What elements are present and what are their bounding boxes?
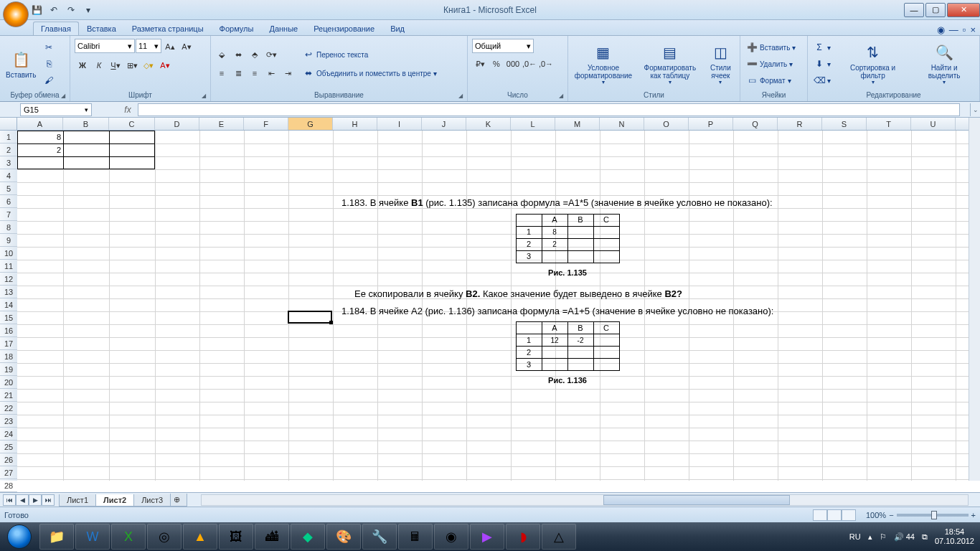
page-layout-view-button[interactable]: [827, 509, 842, 521]
col-header-K[interactable]: K: [466, 118, 511, 130]
taskbar-app4[interactable]: 🏙: [255, 524, 289, 550]
taskbar-app5[interactable]: ◆: [291, 524, 325, 550]
row-header-3[interactable]: 3: [0, 156, 17, 169]
tray-clock[interactable]: 18:54 07.10.2012: [935, 527, 974, 546]
row-header-10[interactable]: 10: [0, 247, 17, 260]
col-header-I[interactable]: I: [377, 118, 422, 130]
row-header-27[interactable]: 27: [0, 466, 17, 479]
row-header-9[interactable]: 9: [0, 234, 17, 247]
col-header-U[interactable]: U: [911, 118, 956, 130]
qat-menu-icon[interactable]: ▾: [80, 2, 96, 18]
name-box[interactable]: G15▾: [20, 103, 92, 116]
tab-insert[interactable]: Вставка: [79, 22, 124, 35]
taskbar-calc[interactable]: 🖩: [398, 524, 433, 550]
formula-input[interactable]: [138, 103, 960, 116]
col-header-P[interactable]: P: [689, 118, 733, 130]
taskbar-app10[interactable]: △: [542, 524, 576, 550]
col-header-G[interactable]: G: [288, 118, 333, 130]
sheet-tab-Лист1[interactable]: Лист1: [59, 494, 96, 507]
taskbar-app8[interactable]: ▶: [470, 524, 504, 550]
tray-flag-icon[interactable]: ⚐: [880, 532, 887, 542]
border-button[interactable]: ⊞▾: [124, 57, 140, 73]
col-header-D[interactable]: D: [155, 118, 199, 130]
cell-styles-button[interactable]: ◫Стили ячеек▾: [705, 41, 737, 88]
format-cells-button[interactable]: ▭Формат▾: [743, 72, 798, 88]
grow-font-button[interactable]: A▴: [162, 39, 178, 55]
expand-formula-icon[interactable]: ⌄: [970, 103, 980, 116]
thousands-button[interactable]: 000: [505, 56, 521, 72]
column-headers[interactable]: ABCDEFGHIJKLMNOPQRSTU: [17, 118, 969, 131]
align-middle-button[interactable]: ⬌: [230, 47, 246, 62]
row-header-24[interactable]: 24: [0, 428, 17, 441]
tray-up-icon[interactable]: ▴: [868, 532, 872, 542]
fx-icon[interactable]: fx: [121, 105, 135, 115]
inc-indent-button[interactable]: ⇥: [280, 65, 296, 81]
tab-review[interactable]: Рецензирование: [306, 22, 382, 35]
row-header-15[interactable]: 15: [0, 311, 17, 324]
align-center-button[interactable]: ≣: [230, 65, 246, 81]
last-sheet-button[interactable]: ⏭: [42, 494, 55, 506]
tab-pagelayout[interactable]: Разметка страницы: [124, 22, 212, 35]
align-right-button[interactable]: ≡: [247, 65, 263, 81]
new-sheet-button[interactable]: ⊕: [170, 494, 187, 507]
maximize-button[interactable]: ▢: [925, 3, 946, 17]
row-header-23[interactable]: 23: [0, 415, 17, 428]
col-header-R[interactable]: R: [778, 118, 822, 130]
inc-decimal-button[interactable]: ,0←: [522, 56, 537, 72]
cond-format-button[interactable]: ▦Условное форматирование▾: [571, 41, 636, 88]
dec-decimal-button[interactable]: ,0→: [538, 56, 554, 72]
cell-A1[interactable]: 8: [17, 131, 63, 143]
align-bottom-button[interactable]: ⬘: [247, 47, 263, 62]
worksheet-grid[interactable]: ABCDEFGHIJKLMNOPQRSTU 123456789101112131…: [0, 118, 980, 492]
next-sheet-button[interactable]: ▶: [29, 494, 42, 506]
row-headers[interactable]: 1234567891011121314151617181920212223242…: [0, 131, 17, 481]
col-header-Q[interactable]: Q: [733, 118, 778, 130]
col-header-O[interactable]: O: [644, 118, 689, 130]
page-break-view-button[interactable]: [842, 509, 856, 521]
fill-color-button[interactable]: ◇▾: [141, 57, 156, 73]
zoom-level[interactable]: 100%: [866, 511, 886, 519]
currency-button[interactable]: ₽▾: [472, 56, 488, 72]
horizontal-scrollbar[interactable]: [201, 494, 969, 506]
row-header-8[interactable]: 8: [0, 221, 17, 234]
row-header-19[interactable]: 19: [0, 363, 17, 376]
normal-view-button[interactable]: [813, 509, 827, 521]
find-select-button[interactable]: 🔍Найти и выделить▾: [912, 41, 976, 88]
first-sheet-button[interactable]: ⏮: [3, 494, 16, 506]
taskbar-app3[interactable]: 🖼: [219, 524, 253, 550]
taskbar-app6[interactable]: 🎨: [326, 524, 361, 550]
row-header-14[interactable]: 14: [0, 298, 17, 311]
col-header-F[interactable]: F: [244, 118, 288, 130]
taskbar-app9[interactable]: ◗: [506, 524, 540, 550]
taskbar-word[interactable]: W: [75, 524, 110, 550]
taskbar-app2[interactable]: ▲: [183, 524, 217, 550]
copy-button[interactable]: ⎘: [40, 56, 57, 72]
row-header-6[interactable]: 6: [0, 195, 17, 208]
clear-button[interactable]: ⌫▾: [811, 72, 834, 88]
col-header-B[interactable]: B: [63, 118, 109, 130]
office-button[interactable]: [3, 1, 29, 27]
taskbar-app1[interactable]: ◎: [147, 524, 182, 550]
minimize-ribbon-icon[interactable]: —: [949, 24, 958, 35]
tab-home[interactable]: Главная: [33, 22, 79, 35]
insert-cells-button[interactable]: ➕Вставить▾: [743, 39, 798, 55]
font-name-combo[interactable]: Calibri▾: [75, 39, 135, 53]
col-header-A[interactable]: A: [17, 118, 63, 130]
row-header-11[interactable]: 11: [0, 260, 17, 273]
sort-filter-button[interactable]: ⇅Сортировка и фильтр▾: [835, 41, 910, 88]
shrink-font-button[interactable]: A▾: [179, 39, 194, 55]
col-header-N[interactable]: N: [600, 118, 644, 130]
tray-lang[interactable]: RU: [849, 532, 861, 541]
minimize-button[interactable]: —: [904, 3, 924, 17]
dialog-launcher-icon[interactable]: ◢: [61, 93, 65, 99]
merge-center-button[interactable]: ⬌Объединить и поместить в центре▾: [300, 65, 440, 81]
row-header-25[interactable]: 25: [0, 441, 17, 453]
align-left-button[interactable]: ≡: [214, 65, 230, 81]
embedded-image[interactable]: 1.183. В ячейке B1 (рис. 1.135) записана…: [341, 197, 793, 386]
col-header-E[interactable]: E: [199, 118, 244, 130]
wrap-text-button[interactable]: ↩Перенос текста: [300, 47, 440, 62]
sheet-tab-Лист2[interactable]: Лист2: [95, 494, 134, 507]
zoom-in-button[interactable]: +: [971, 511, 976, 519]
taskbar-app7[interactable]: 🔧: [362, 524, 397, 550]
row-header-1[interactable]: 1: [0, 131, 17, 143]
